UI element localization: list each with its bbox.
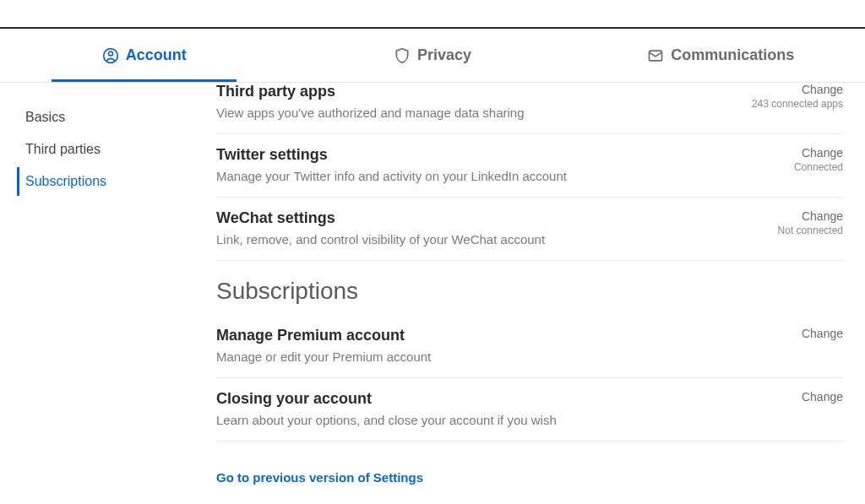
svg-point-1 — [108, 51, 112, 56]
settings-row-close-account[interactable]: Closing your account Learn about your op… — [216, 378, 843, 442]
row-action-change[interactable]: Change — [725, 390, 843, 404]
sidebar-item-third-parties[interactable]: Third parties — [17, 135, 191, 164]
row-description: Link, remove, and control visibility of … — [216, 230, 545, 248]
sidebar-item-subscriptions[interactable]: Subscriptions — [17, 167, 191, 196]
row-action-change[interactable]: Change — [725, 209, 843, 223]
sidebar-item-label: Third parties — [25, 142, 101, 156]
account-icon — [102, 47, 119, 64]
row-title: Twitter settings — [216, 146, 567, 164]
row-meta: Connected — [725, 161, 843, 173]
tab-privacy-label: Privacy — [417, 46, 471, 64]
row-description: Learn about your options, and close your… — [216, 411, 557, 429]
settings-sidebar: Basics Third parties Subscriptions — [0, 83, 208, 504]
row-title: Third party apps — [216, 83, 525, 100]
mail-icon — [647, 47, 664, 64]
tab-communications-label: Communications — [671, 46, 794, 64]
settings-row-premium[interactable]: Manage Premium account Manage or edit yo… — [216, 315, 843, 378]
row-meta: 243 connected apps — [725, 98, 843, 110]
sidebar-item-label: Basics — [25, 110, 65, 124]
row-meta: Not connected — [725, 225, 843, 236]
tab-privacy[interactable]: Privacy — [288, 29, 576, 82]
row-action-change[interactable]: Change — [725, 327, 843, 340]
tab-communications[interactable]: Communications — [577, 29, 865, 82]
settings-main: Third party apps View apps you've author… — [208, 83, 865, 504]
previous-settings-link[interactable]: Go to previous version of Settings — [216, 470, 423, 485]
settings-tabs: Account Privacy Communications — [0, 29, 865, 83]
row-title: Manage Premium account — [216, 327, 431, 344]
settings-row-wechat[interactable]: WeChat settings Link, remove, and contro… — [216, 198, 843, 261]
content-area: Basics Third parties Subscriptions Third… — [0, 83, 865, 504]
row-description: Manage or edit your Premium account — [216, 348, 431, 366]
shield-icon — [394, 47, 411, 64]
sidebar-item-label: Subscriptions — [25, 174, 106, 188]
tab-account[interactable]: Account — [0, 29, 288, 82]
row-action-change[interactable]: Change — [725, 83, 843, 96]
settings-row-third-party-apps[interactable]: Third party apps View apps you've author… — [216, 83, 843, 134]
settings-row-twitter[interactable]: Twitter settings Manage your Twitter inf… — [216, 134, 843, 198]
section-heading-subscriptions: Subscriptions — [216, 278, 843, 305]
sidebar-item-basics[interactable]: Basics — [17, 103, 191, 132]
row-description: Manage your Twitter info and activity on… — [216, 167, 567, 185]
row-action-change[interactable]: Change — [725, 146, 843, 160]
row-title: WeChat settings — [216, 209, 545, 227]
row-description: View apps you've authorized and manage d… — [216, 104, 525, 122]
page-top-border — [0, 0, 865, 29]
tab-account-label: Account — [126, 46, 187, 64]
row-title: Closing your account — [216, 390, 557, 408]
